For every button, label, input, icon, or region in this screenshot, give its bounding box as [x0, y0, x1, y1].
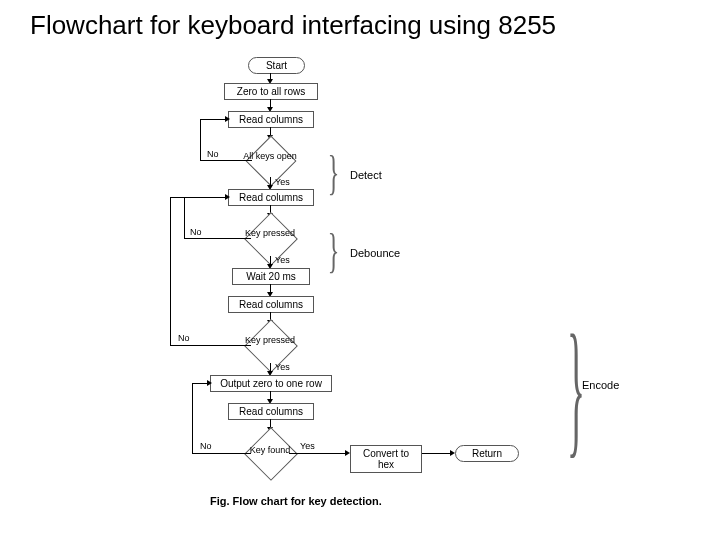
yes-label-2: Yes [275, 255, 290, 265]
no-label-3: No [178, 333, 190, 343]
read-columns-3-node: Read columns [228, 296, 314, 313]
read-columns-1-node: Read columns [228, 111, 314, 128]
zero-all-rows-node: Zero to all rows [224, 83, 318, 100]
key-pressed-2-node: Key pressed [235, 335, 305, 345]
page-title: Flowchart for keyboard interfacing using… [30, 10, 556, 41]
read-columns-4-node: Read columns [228, 403, 314, 420]
read-columns-2-node: Read columns [228, 189, 314, 206]
return-node: Return [455, 445, 519, 462]
yes-label-1: Yes [275, 177, 290, 187]
no-label-1: No [207, 149, 219, 159]
phase-encode: Encode [582, 379, 619, 391]
yes-label-4: Yes [300, 441, 315, 451]
figure-caption: Fig. Flow chart for key detection. [210, 495, 382, 507]
no-label-4: No [200, 441, 212, 451]
flowchart-container: Start Zero to all rows Read columns All … [0, 55, 720, 535]
phase-detect: Detect [350, 169, 382, 181]
brace-detect: } [328, 145, 340, 200]
phase-debounce: Debounce [350, 247, 400, 259]
brace-debounce: } [328, 223, 340, 278]
convert-node: Convert to hex [350, 445, 422, 473]
no-label-2: No [190, 227, 202, 237]
output-zero-node: Output zero to one row [210, 375, 332, 392]
yes-label-3: Yes [275, 362, 290, 372]
wait-node: Wait 20 ms [232, 268, 310, 285]
key-pressed-1-node: Key pressed [235, 228, 305, 238]
start-node: Start [248, 57, 305, 74]
